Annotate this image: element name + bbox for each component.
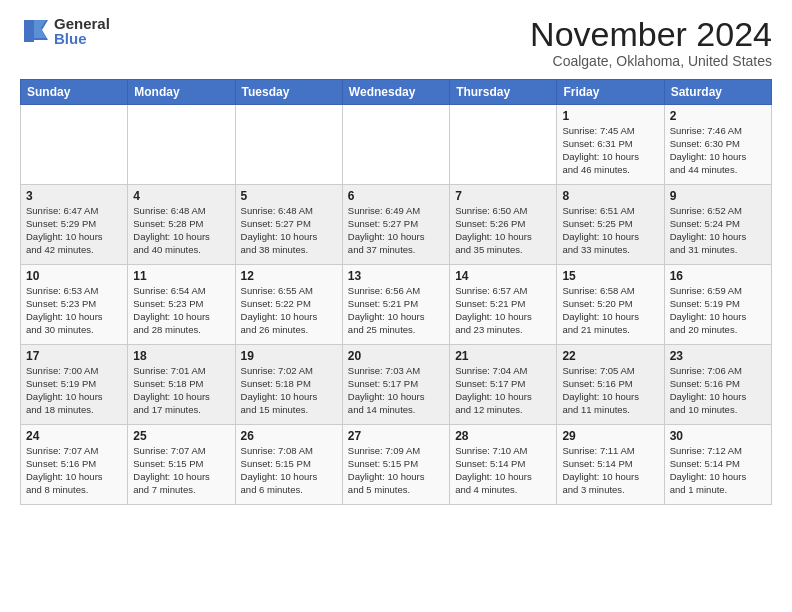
calendar-cell: 3Sunrise: 6:47 AMSunset: 5:29 PMDaylight… bbox=[21, 185, 128, 265]
calendar-cell: 24Sunrise: 7:07 AMSunset: 5:16 PMDayligh… bbox=[21, 425, 128, 505]
calendar-cell: 23Sunrise: 7:06 AMSunset: 5:16 PMDayligh… bbox=[664, 345, 771, 425]
logo-icon bbox=[20, 16, 50, 46]
month-title: November 2024 bbox=[530, 16, 772, 53]
day-number: 5 bbox=[241, 189, 337, 203]
calendar-cell bbox=[235, 105, 342, 185]
day-header-friday: Friday bbox=[557, 80, 664, 105]
calendar-cell: 2Sunrise: 7:46 AMSunset: 6:30 PMDaylight… bbox=[664, 105, 771, 185]
day-number: 11 bbox=[133, 269, 229, 283]
cell-details: Sunrise: 6:59 AMSunset: 5:19 PMDaylight:… bbox=[670, 285, 766, 336]
calendar-cell: 1Sunrise: 7:45 AMSunset: 6:31 PMDaylight… bbox=[557, 105, 664, 185]
svg-marker-2 bbox=[34, 20, 46, 38]
calendar-cell: 26Sunrise: 7:08 AMSunset: 5:15 PMDayligh… bbox=[235, 425, 342, 505]
calendar-cell: 22Sunrise: 7:05 AMSunset: 5:16 PMDayligh… bbox=[557, 345, 664, 425]
day-number: 8 bbox=[562, 189, 658, 203]
calendar-table: SundayMondayTuesdayWednesdayThursdayFrid… bbox=[20, 79, 772, 505]
cell-details: Sunrise: 7:10 AMSunset: 5:14 PMDaylight:… bbox=[455, 445, 551, 496]
calendar-week-row: 1Sunrise: 7:45 AMSunset: 6:31 PMDaylight… bbox=[21, 105, 772, 185]
cell-details: Sunrise: 6:48 AMSunset: 5:27 PMDaylight:… bbox=[241, 205, 337, 256]
cell-details: Sunrise: 6:57 AMSunset: 5:21 PMDaylight:… bbox=[455, 285, 551, 336]
calendar-cell: 5Sunrise: 6:48 AMSunset: 5:27 PMDaylight… bbox=[235, 185, 342, 265]
day-header-sunday: Sunday bbox=[21, 80, 128, 105]
calendar-cell: 20Sunrise: 7:03 AMSunset: 5:17 PMDayligh… bbox=[342, 345, 449, 425]
calendar-cell: 6Sunrise: 6:49 AMSunset: 5:27 PMDaylight… bbox=[342, 185, 449, 265]
day-number: 10 bbox=[26, 269, 122, 283]
cell-details: Sunrise: 6:56 AMSunset: 5:21 PMDaylight:… bbox=[348, 285, 444, 336]
calendar-week-row: 10Sunrise: 6:53 AMSunset: 5:23 PMDayligh… bbox=[21, 265, 772, 345]
calendar-cell: 27Sunrise: 7:09 AMSunset: 5:15 PMDayligh… bbox=[342, 425, 449, 505]
cell-details: Sunrise: 6:51 AMSunset: 5:25 PMDaylight:… bbox=[562, 205, 658, 256]
day-number: 18 bbox=[133, 349, 229, 363]
location-subtitle: Coalgate, Oklahoma, United States bbox=[530, 53, 772, 69]
calendar-cell: 13Sunrise: 6:56 AMSunset: 5:21 PMDayligh… bbox=[342, 265, 449, 345]
cell-details: Sunrise: 7:06 AMSunset: 5:16 PMDaylight:… bbox=[670, 365, 766, 416]
logo-text: General Blue bbox=[54, 16, 110, 46]
day-number: 30 bbox=[670, 429, 766, 443]
day-number: 27 bbox=[348, 429, 444, 443]
calendar-cell: 4Sunrise: 6:48 AMSunset: 5:28 PMDaylight… bbox=[128, 185, 235, 265]
logo-blue-text: Blue bbox=[54, 31, 110, 46]
calendar-cell: 10Sunrise: 6:53 AMSunset: 5:23 PMDayligh… bbox=[21, 265, 128, 345]
day-number: 16 bbox=[670, 269, 766, 283]
cell-details: Sunrise: 6:54 AMSunset: 5:23 PMDaylight:… bbox=[133, 285, 229, 336]
day-number: 23 bbox=[670, 349, 766, 363]
page: General Blue November 2024 Coalgate, Okl… bbox=[0, 0, 792, 517]
cell-details: Sunrise: 6:55 AMSunset: 5:22 PMDaylight:… bbox=[241, 285, 337, 336]
calendar-header-row: SundayMondayTuesdayWednesdayThursdayFrid… bbox=[21, 80, 772, 105]
calendar-cell: 9Sunrise: 6:52 AMSunset: 5:24 PMDaylight… bbox=[664, 185, 771, 265]
day-number: 22 bbox=[562, 349, 658, 363]
calendar-cell: 29Sunrise: 7:11 AMSunset: 5:14 PMDayligh… bbox=[557, 425, 664, 505]
day-header-wednesday: Wednesday bbox=[342, 80, 449, 105]
day-number: 9 bbox=[670, 189, 766, 203]
cell-details: Sunrise: 7:02 AMSunset: 5:18 PMDaylight:… bbox=[241, 365, 337, 416]
day-number: 21 bbox=[455, 349, 551, 363]
calendar-cell: 14Sunrise: 6:57 AMSunset: 5:21 PMDayligh… bbox=[450, 265, 557, 345]
day-number: 4 bbox=[133, 189, 229, 203]
day-number: 28 bbox=[455, 429, 551, 443]
cell-details: Sunrise: 7:11 AMSunset: 5:14 PMDaylight:… bbox=[562, 445, 658, 496]
cell-details: Sunrise: 6:48 AMSunset: 5:28 PMDaylight:… bbox=[133, 205, 229, 256]
cell-details: Sunrise: 7:12 AMSunset: 5:14 PMDaylight:… bbox=[670, 445, 766, 496]
day-number: 26 bbox=[241, 429, 337, 443]
cell-details: Sunrise: 6:58 AMSunset: 5:20 PMDaylight:… bbox=[562, 285, 658, 336]
day-number: 24 bbox=[26, 429, 122, 443]
day-header-monday: Monday bbox=[128, 80, 235, 105]
header: General Blue November 2024 Coalgate, Okl… bbox=[20, 16, 772, 69]
calendar-cell bbox=[128, 105, 235, 185]
cell-details: Sunrise: 7:00 AMSunset: 5:19 PMDaylight:… bbox=[26, 365, 122, 416]
calendar-week-row: 3Sunrise: 6:47 AMSunset: 5:29 PMDaylight… bbox=[21, 185, 772, 265]
day-number: 3 bbox=[26, 189, 122, 203]
day-number: 2 bbox=[670, 109, 766, 123]
calendar-cell: 8Sunrise: 6:51 AMSunset: 5:25 PMDaylight… bbox=[557, 185, 664, 265]
day-header-saturday: Saturday bbox=[664, 80, 771, 105]
cell-details: Sunrise: 7:09 AMSunset: 5:15 PMDaylight:… bbox=[348, 445, 444, 496]
day-number: 7 bbox=[455, 189, 551, 203]
cell-details: Sunrise: 6:47 AMSunset: 5:29 PMDaylight:… bbox=[26, 205, 122, 256]
cell-details: Sunrise: 7:01 AMSunset: 5:18 PMDaylight:… bbox=[133, 365, 229, 416]
cell-details: Sunrise: 7:45 AMSunset: 6:31 PMDaylight:… bbox=[562, 125, 658, 176]
calendar-cell bbox=[342, 105, 449, 185]
day-number: 14 bbox=[455, 269, 551, 283]
day-number: 19 bbox=[241, 349, 337, 363]
svg-rect-1 bbox=[24, 20, 34, 42]
title-block: November 2024 Coalgate, Oklahoma, United… bbox=[530, 16, 772, 69]
day-number: 15 bbox=[562, 269, 658, 283]
calendar-cell: 12Sunrise: 6:55 AMSunset: 5:22 PMDayligh… bbox=[235, 265, 342, 345]
day-number: 13 bbox=[348, 269, 444, 283]
cell-details: Sunrise: 7:07 AMSunset: 5:15 PMDaylight:… bbox=[133, 445, 229, 496]
calendar-cell: 30Sunrise: 7:12 AMSunset: 5:14 PMDayligh… bbox=[664, 425, 771, 505]
calendar-cell: 19Sunrise: 7:02 AMSunset: 5:18 PMDayligh… bbox=[235, 345, 342, 425]
calendar-week-row: 24Sunrise: 7:07 AMSunset: 5:16 PMDayligh… bbox=[21, 425, 772, 505]
day-number: 17 bbox=[26, 349, 122, 363]
calendar-cell: 28Sunrise: 7:10 AMSunset: 5:14 PMDayligh… bbox=[450, 425, 557, 505]
cell-details: Sunrise: 6:50 AMSunset: 5:26 PMDaylight:… bbox=[455, 205, 551, 256]
cell-details: Sunrise: 7:05 AMSunset: 5:16 PMDaylight:… bbox=[562, 365, 658, 416]
calendar-cell: 25Sunrise: 7:07 AMSunset: 5:15 PMDayligh… bbox=[128, 425, 235, 505]
logo: General Blue bbox=[20, 16, 110, 46]
day-number: 29 bbox=[562, 429, 658, 443]
calendar-week-row: 17Sunrise: 7:00 AMSunset: 5:19 PMDayligh… bbox=[21, 345, 772, 425]
cell-details: Sunrise: 6:49 AMSunset: 5:27 PMDaylight:… bbox=[348, 205, 444, 256]
day-number: 1 bbox=[562, 109, 658, 123]
calendar-cell bbox=[21, 105, 128, 185]
calendar-cell: 11Sunrise: 6:54 AMSunset: 5:23 PMDayligh… bbox=[128, 265, 235, 345]
